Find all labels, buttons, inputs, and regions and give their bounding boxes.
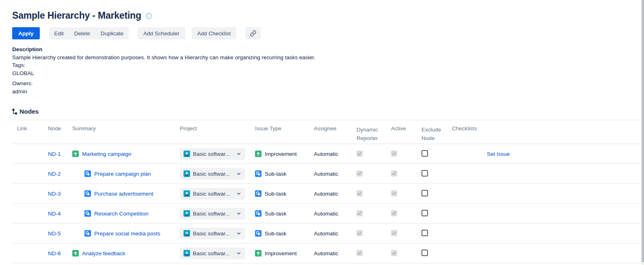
checklists-cell [449,224,643,243]
project-select[interactable]: Basic softwar... [180,208,245,220]
project-select[interactable]: Basic softwar... [180,248,245,259]
subtask-icon [84,210,91,217]
active-checkbox [391,190,397,196]
node-id-cell: ND-6 [45,243,69,263]
edit-delete-duplicate-group: Edit Delete Duplicate [49,27,129,39]
chevron-down-icon [236,191,241,196]
node-id-cell: ND-3 [45,184,69,204]
active-cell [388,184,418,204]
node-id-link[interactable]: ND-1 [48,151,61,157]
column-header-node: Node [45,120,69,144]
description-section: Description Sample Hierarchy created for… [12,45,644,95]
add-checklist-button[interactable]: Add Checklist [192,27,237,39]
exclude-node-cell [418,243,449,263]
column-header-active: Active [388,120,418,144]
improvement-icon [72,151,79,157]
link-cell [12,144,45,164]
project-select[interactable]: Basic softwar... [180,188,245,200]
subtask-icon [255,190,261,197]
exclude-node-checkbox[interactable] [421,230,428,236]
column-header-issue-type: Issue Type [252,120,311,144]
project-select-value: Basic softwar... [193,151,235,157]
description-label: Description [12,45,644,54]
exclude-node-cell [418,184,449,204]
edit-button[interactable]: Edit [49,27,69,39]
apply-button[interactable]: Apply [12,27,40,39]
dynamic-reporter-cell [353,224,388,243]
exclude-node-checkbox[interactable] [421,150,428,157]
dynamic-reporter-cell [353,243,388,263]
active-cell [388,204,418,224]
dynamic-reporter-checkbox [357,151,363,157]
improvement-icon [255,151,261,157]
project-cell: Basic softwar... [177,224,252,243]
column-header-checklists: Checklists [449,120,643,144]
info-icon[interactable] [145,13,152,19]
summary-cell: Prepare social media posts [69,224,177,243]
exclude-node-checkbox[interactable] [421,170,428,177]
nodes-section-title: Nodes [19,108,39,115]
assignee-cell: Automatic [311,243,353,263]
summary-link[interactable]: Research Competition [94,211,149,217]
column-header-dynamic-reporter: Dynamic Reporter [353,120,388,144]
node-id-link[interactable]: ND-2 [48,171,61,177]
node-row: ND-6Analyze feedbackBasic softwar...Impr… [12,243,643,263]
assignee-value: Automatic [314,231,338,237]
summary-link[interactable]: Marketing campaign [82,151,132,157]
column-header-summary: Summary [69,120,177,144]
exclude-node-cell [418,144,449,164]
project-select[interactable]: Basic softwar... [180,168,245,180]
nodes-table: Link Node Summary Project Issue Type Ass… [12,120,643,263]
summary-link[interactable]: Prepare campaign plan [94,171,151,177]
exclude-node-checkbox[interactable] [421,190,428,196]
project-cell: Basic softwar... [177,144,252,164]
summary-link[interactable]: Prepare social media posts [94,231,160,237]
node-id-cell: ND-2 [45,164,69,184]
active-cell [388,164,418,184]
issue-type-cell: Improvement [252,243,311,263]
delete-button[interactable]: Delete [69,27,95,39]
summary-link[interactable]: Analyze feedback [82,250,125,256]
vertical-scrollbar-track[interactable] [642,0,644,265]
issue-type-label: Improvement [265,151,297,157]
node-id-cell: ND-5 [45,224,69,243]
description-text: Sample Hierarchy created for demonstrati… [12,54,644,62]
subtask-icon [255,230,261,237]
owners-label: Owners: [12,80,644,88]
summary-link[interactable]: Purchase advertisement [94,191,153,197]
project-avatar-icon [184,210,190,217]
summary-cell: Prepare campaign plan [69,164,177,184]
node-id-link[interactable]: ND-6 [48,250,61,256]
exclude-node-checkbox[interactable] [421,210,428,216]
project-select-value: Basic softwar... [193,211,235,217]
issue-type-label: Sub-task [265,191,286,197]
column-header-link: Link [12,120,45,144]
exclude-node-checkbox[interactable] [421,250,428,256]
chevron-down-icon [236,171,241,176]
node-id-link[interactable]: ND-5 [48,231,61,237]
chevron-down-icon [236,211,241,216]
project-select[interactable]: Basic softwar... [180,228,245,239]
column-header-exclude-node: Exclude Node [418,120,449,144]
duplicate-button[interactable]: Duplicate [95,27,129,39]
add-scheduler-button[interactable]: Add Scheduler [138,27,185,39]
dynamic-reporter-cell [353,184,388,204]
project-select[interactable]: Basic softwar... [180,148,245,160]
active-checkbox [391,210,397,216]
project-select-value: Basic softwar... [193,231,235,237]
column-header-project: Project [177,120,252,144]
node-id-link[interactable]: ND-4 [48,211,61,217]
hierarchy-detail-page: Sample Hierarchy - Marketing Apply Edit … [0,0,644,265]
set-issue-link[interactable]: Set Issue [487,151,510,157]
node-id-link[interactable]: ND-3 [48,191,61,197]
subtask-icon [84,170,91,177]
assignee-cell: Automatic [311,224,353,243]
page-title: Sample Hierarchy - Marketing [12,10,141,21]
vertical-scrollbar-thumb[interactable] [642,0,644,262]
improvement-icon [255,250,261,256]
assignee-cell: Automatic [311,204,353,224]
permalink-button[interactable] [245,27,261,39]
node-row: ND-1Marketing campaignBasic softwar...Im… [12,144,643,164]
nodes-section-header: Nodes [12,108,644,115]
chevron-down-icon [236,231,241,236]
